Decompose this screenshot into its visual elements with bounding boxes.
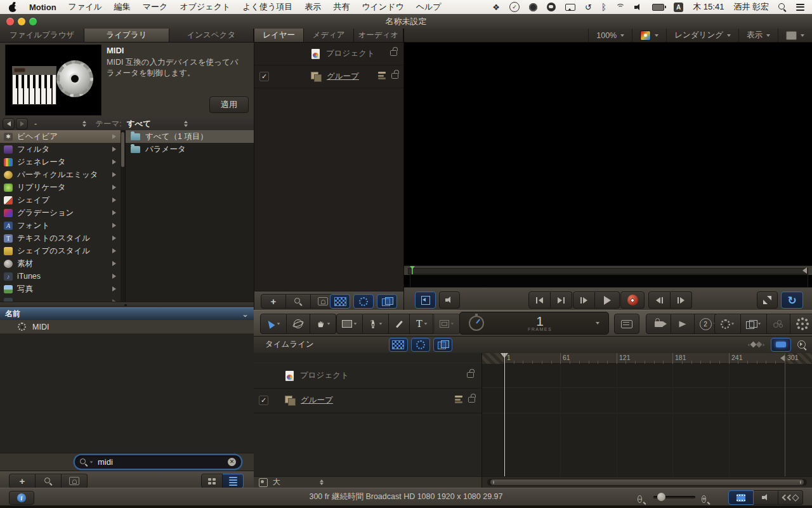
show-keyframe-editor-toggle[interactable] — [778, 490, 803, 505]
close-window-button[interactable] — [6, 18, 14, 25]
category-shapes[interactable]: シェイプ — [0, 194, 121, 206]
app-status-icon[interactable] — [529, 3, 537, 11]
timeline-zoom-out-button[interactable]: − — [638, 492, 647, 502]
mini-timeline-track[interactable] — [408, 268, 808, 274]
current-frame-display[interactable]: 1 FRAMES — [484, 316, 596, 331]
folder-all[interactable]: すべて（1 項目） — [126, 130, 254, 143]
spotlight-search-icon[interactable] — [778, 3, 787, 11]
menu-favorites[interactable]: よく使う項目 — [242, 1, 292, 13]
play-from-start-button[interactable] — [573, 291, 595, 309]
show-project-pane-toggle[interactable] — [415, 291, 436, 309]
timeline-ruler[interactable]: 1 61 121 181 241 301 — [482, 353, 812, 364]
category-behaviors[interactable]: ✱ ビヘイビア — [0, 130, 121, 143]
bezier-pen-tool[interactable] — [363, 314, 389, 334]
group-visibility-checkbox[interactable]: ✓ — [259, 72, 269, 81]
clear-search-icon[interactable]: ✕ — [228, 458, 236, 466]
check-circle-status-icon[interactable]: ✓ — [509, 2, 520, 12]
apply-button[interactable]: 適用 — [209, 97, 249, 113]
library-result-midi[interactable]: MIDI — [0, 320, 254, 334]
pan-zoom-tool[interactable] — [310, 314, 336, 334]
category-scrollbar[interactable] — [121, 130, 125, 302]
theme-popup[interactable]: すべて — [127, 119, 151, 130]
lock-open-icon[interactable] — [391, 73, 398, 79]
loop-playback-toggle[interactable]: ↻ — [781, 291, 803, 309]
render-popup[interactable]: レンダリング — [666, 29, 738, 42]
blend-mode-icon[interactable] — [378, 72, 386, 79]
fit-timeline-button[interactable] — [771, 338, 791, 352]
timeline-zoom-icon[interactable] — [797, 340, 806, 349]
replicate-button[interactable] — [790, 314, 812, 334]
play-range-end-marker[interactable] — [780, 355, 785, 361]
tab-inspector[interactable]: インスペクタ — [169, 29, 254, 43]
layers-row-group[interactable]: ✓ グループ — [254, 65, 403, 88]
tab-layers[interactable]: レイヤー — [254, 29, 304, 43]
category-particle-emitters[interactable]: パーティクルエミッタ — [0, 168, 121, 181]
lock-open-icon[interactable] — [390, 50, 397, 56]
tab-file-browser[interactable]: ファイルブラウザ — [0, 29, 84, 43]
back-button[interactable] — [3, 118, 15, 130]
app-menu[interactable]: Motion — [29, 3, 56, 12]
add-layer-button[interactable]: + — [261, 294, 286, 309]
rectangle-mask-tool[interactable] — [433, 314, 461, 334]
channels-popup[interactable] — [632, 29, 666, 42]
timeline-zoom-in-button[interactable]: + — [702, 492, 711, 502]
battery-icon[interactable] — [652, 4, 664, 11]
volume-icon[interactable] — [634, 4, 643, 10]
new-camera-button[interactable] — [646, 314, 671, 334]
search-input-value[interactable]: midi — [98, 457, 226, 467]
track-size-value[interactable]: 大 — [273, 477, 280, 488]
category-filters[interactable]: フィルタ — [0, 143, 121, 156]
dropbox-icon[interactable]: ❖ — [492, 3, 500, 12]
preview-toggle-button[interactable] — [62, 474, 88, 488]
menu-mark[interactable]: マーク — [143, 1, 168, 13]
paint-stroke-tool[interactable] — [389, 314, 410, 334]
tab-audio[interactable]: オーディオ — [354, 29, 403, 43]
menu-bar-clock[interactable]: 木 15:41 — [693, 1, 724, 13]
folder-parameter[interactable]: パラメータ — [126, 143, 254, 156]
track-size-stepper[interactable] — [320, 479, 324, 486]
sort-chevron-down-icon[interactable]: ⌄ — [242, 309, 249, 319]
lock-open-icon[interactable] — [467, 372, 474, 378]
path-popup[interactable]: - — [34, 119, 37, 128]
timeline-playhead[interactable] — [504, 353, 505, 476]
search-toggle-button[interactable] — [36, 474, 62, 488]
menu-view[interactable]: 表示 — [304, 1, 321, 13]
bluetooth-icon[interactable]: ᛒ — [601, 2, 606, 12]
timeline-show-behaviors-toggle[interactable] — [411, 338, 430, 352]
rectangle-tool[interactable] — [336, 314, 363, 334]
fullscreen-button[interactable] — [757, 291, 778, 309]
view-popup[interactable]: 表示 — [738, 29, 778, 42]
mini-timeline[interactable] — [404, 265, 812, 275]
category-row-partial[interactable] — [0, 295, 121, 302]
name-column-header[interactable]: 名前 ⌄ — [0, 307, 254, 320]
category-materials[interactable]: 素材 — [0, 257, 121, 270]
select-transform-tool[interactable] — [260, 314, 287, 334]
line-app-icon[interactable] — [547, 3, 556, 11]
blend-mode-icon[interactable] — [455, 396, 462, 403]
mini-timeline-end-marker[interactable] — [802, 267, 807, 274]
library-search-field[interactable]: midi ✕ — [75, 455, 241, 469]
category-gradients[interactable]: グラデーション — [0, 206, 121, 219]
show-hud-button[interactable] — [614, 314, 639, 334]
record-button[interactable] — [620, 291, 645, 309]
timing-popup-caret-icon[interactable] — [596, 322, 599, 324]
theme-stepper[interactable] — [184, 121, 188, 127]
category-photos[interactable]: 写真 — [0, 283, 121, 295]
minimize-window-button[interactable] — [18, 18, 25, 25]
lock-open-icon[interactable] — [468, 397, 475, 403]
tab-media[interactable]: メディア — [304, 29, 353, 43]
category-replicators[interactable]: リプリケータ — [0, 181, 121, 194]
icon-view-button[interactable] — [201, 474, 223, 488]
show-audio-toggle[interactable] — [754, 490, 778, 505]
input-source-icon[interactable]: A — [674, 3, 683, 12]
play-button[interactable] — [595, 291, 620, 309]
group-visibility-checkbox[interactable]: ✓ — [259, 396, 268, 405]
timeline-show-masks-toggle[interactable] — [389, 338, 408, 352]
timeline-show-filters-toggle[interactable] — [433, 338, 452, 352]
timeline-row-project[interactable]: プロジェクト — [254, 363, 481, 389]
category-itunes[interactable]: ♪ iTunes — [0, 270, 121, 283]
list-view-button[interactable] — [223, 474, 244, 488]
step-back-button[interactable] — [648, 291, 671, 309]
tab-library[interactable]: ライブラリ — [84, 29, 169, 43]
scrollbar-thumb[interactable] — [121, 132, 124, 167]
